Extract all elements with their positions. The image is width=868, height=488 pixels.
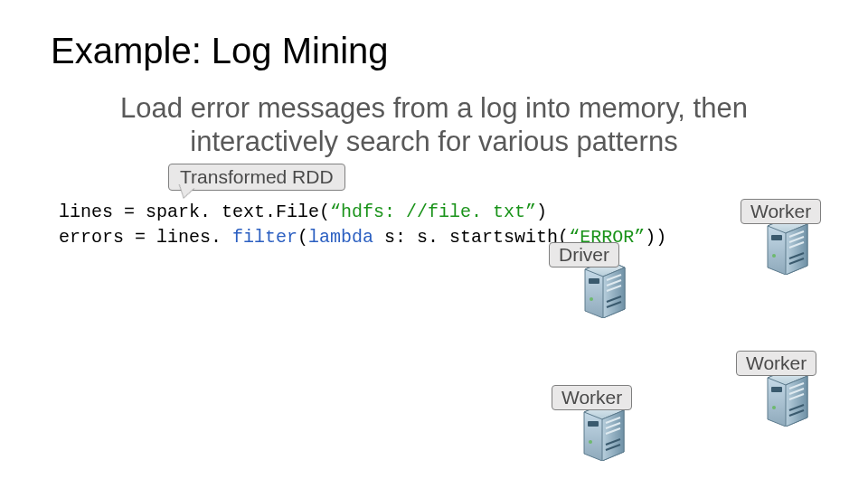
svg-point-19 — [772, 254, 776, 258]
svg-point-29 — [772, 406, 776, 409]
svg-point-9 — [590, 297, 593, 301]
worker-label-3: Worker — [552, 385, 632, 410]
svg-marker-12 — [786, 224, 807, 275]
slide-subtitle: Load error messages from a log into memo… — [45, 92, 823, 158]
svg-point-39 — [589, 440, 592, 444]
worker-label-1: Worker — [741, 199, 821, 224]
svg-rect-23 — [771, 387, 782, 392]
subtitle-line-2: interactively search for various pattern… — [190, 126, 677, 157]
worker-label-2: Worker — [736, 351, 816, 376]
slide-title: Example: Log Mining — [51, 31, 389, 71]
svg-rect-3 — [589, 278, 599, 284]
driver-label: Driver — [549, 242, 619, 267]
svg-marker-32 — [602, 410, 624, 461]
code-line-1: lines = spark. text.File(“hdfs: //file. … — [59, 202, 547, 222]
svg-marker-2 — [603, 267, 625, 318]
callout-transformed-rdd: Transformed RDD — [168, 164, 345, 191]
svg-marker-22 — [786, 376, 807, 427]
svg-rect-13 — [771, 235, 782, 240]
subtitle-line-1: Load error messages from a log into memo… — [120, 92, 748, 124]
svg-rect-33 — [588, 421, 599, 427]
